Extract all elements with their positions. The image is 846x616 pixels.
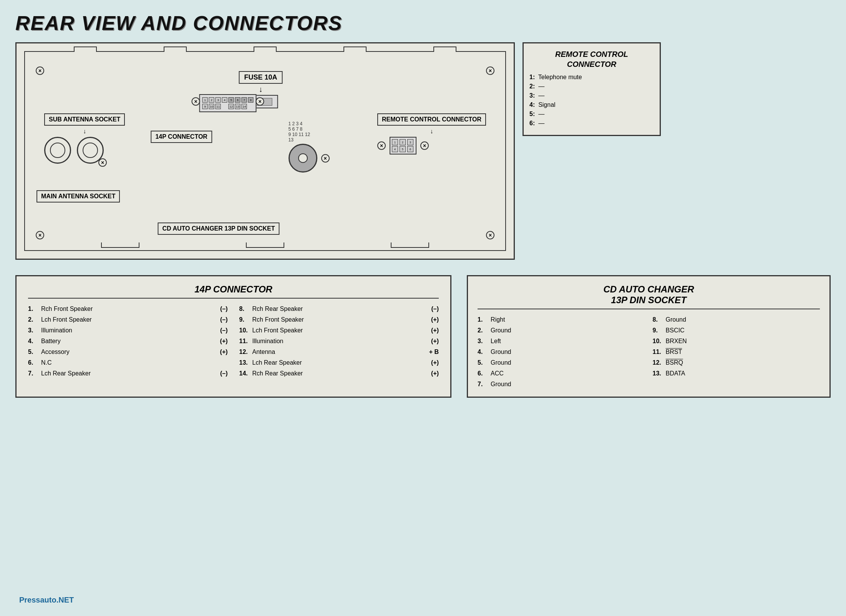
remote-item-2: 2: — [529,83,654,90]
top-tab-1 [74,46,97,52]
cd-cross: × [321,154,330,163]
diagram-area: FUSE 10A ↓ 1 2 [15,42,831,260]
rp-4: 4 [392,146,398,152]
antenna-2-wrapper: × [77,137,104,164]
cd-item-12: 12. BSRQ [653,358,820,367]
remote-pins: 1 2 3 4 5 6 [392,139,414,152]
cd-section-diagram: 1 2 3 4 5 6 7 8 9 10 11 12 13 × [289,121,330,173]
cross-left: × [192,97,200,106]
cd-item-6: 6. ACC [478,369,645,378]
cd-hole [298,153,308,163]
fuse-label: FUSE 10A [239,71,283,84]
pin-8: 8 [248,97,254,103]
pin-12: 12 [229,104,234,109]
conn-item-4: 4. Battery (+) [28,337,228,346]
pin-gap [222,104,227,109]
remote-info-title: REMOTE CONTROL CONNECTOR [529,49,654,69]
remote-connector-label: REMOTE CONTROL CONNECTOR [377,113,486,126]
pin-11: 11 [216,104,221,109]
cd-item-11: 11. BRST [653,347,820,357]
cd-item-empty [653,380,820,389]
conn-item-6: 6. N.C [28,358,228,367]
cd-item-4: 4. Ground [478,347,645,357]
conn-item-1: 1. Rch Front Speaker (–) [28,304,228,314]
remote-pin-grid: 1 2 3 4 5 6 [390,137,416,154]
corner-cross-bl: × [36,231,44,239]
pin-row-1: 1 2 3 4 5 6 7 8 [202,97,254,103]
sub-antenna-label: SUB ANTENNA SOCKET [44,113,125,126]
conn-item-12: 12. Antenna + B [239,347,439,357]
rp-2: 2 [400,139,406,145]
cd-table-title: CD AUTO CHANGER 13P DIN SOCKET [478,284,820,309]
cd-num-row4: 13 [289,137,330,143]
remote-info-box: REMOTE CONTROL CONNECTOR 1: Telephone mu… [523,42,661,136]
14p-table-title: 14P CONNECTOR [28,284,439,299]
main-content: FUSE 10A ↓ 1 2 [15,42,831,398]
bottom-tab-2 [246,242,284,248]
cd-item-8: 8. Ground [653,315,820,324]
remote-section-diagram: REMOTE CONTROL CONNECTOR ↓ × 1 2 3 4 5 [377,113,486,154]
sub-antenna-arrow: ↓ [44,128,125,135]
antenna-circles-row: × [44,137,125,164]
pin-4: 4 [222,97,227,103]
antenna-inner-1 [50,143,65,158]
top-tab-3 [254,46,277,52]
main-antenna-section: MAIN ANTENNA SOCKET [36,190,120,203]
cd-num-labels: 1 2 3 4 5 6 7 8 9 10 11 12 13 [289,121,330,143]
14p-connector-table: 14P CONNECTOR 1. Rch Front Speaker (–) 8… [15,275,451,398]
cd-item-1: 1. Right [478,315,645,324]
bottom-tabs [48,242,482,248]
remote-cross-left: × [377,141,386,150]
rp-5: 5 [400,146,406,152]
cd-item-13: 13. BDATA [653,369,820,378]
pin-7: 7 [242,97,247,103]
antenna-circle-1 [44,137,71,164]
device-content: FUSE 10A ↓ 1 2 [33,63,498,242]
pin-14: 14 [242,104,247,109]
cross-right: × [256,97,264,106]
remote-item-5: 5: — [529,111,654,118]
conn-item-14: 14. Rch Rear Speaker (+) [239,369,439,378]
main-antenna-label: MAIN ANTENNA SOCKET [36,190,120,203]
top-tab-5 [433,46,456,52]
pin-row-2: 9 10 11 12 13 14 [202,104,254,109]
pin-6: 6 [235,97,241,103]
remote-item-4: 4: Signal [529,101,654,108]
cd-item-2: 2. Ground [478,326,645,335]
cd-visual: × [289,144,330,173]
pin-10: 10 [209,104,214,109]
conn-item-2: 2. Lch Front Speaker (–) [28,315,228,324]
top-tab-2 [164,46,187,52]
bottom-tab-1 [101,242,139,248]
top-connectors [40,46,490,52]
device-diagram: FUSE 10A ↓ 1 2 [15,42,515,260]
cd-item-5: 5. Ground [478,358,645,367]
cd-item-3: 3. Left [478,337,645,346]
corner-cross-tr: × [486,66,494,75]
conn-item-8: 8. Rch Rear Speaker (–) [239,304,439,314]
rp-3: 3 [407,139,413,145]
14p-label: 14P CONNECTOR [151,131,212,143]
page-title: REAR VIEW AND CONNECTORS [15,12,831,35]
conn-item-5: 5. Accessory (+) [28,347,228,357]
cd-table-items: 1. Right 8. Ground 2. Ground 9. BSCIC 3. [478,315,820,389]
conn-item-10: 10. Lch Front Speaker (+) [239,326,439,335]
conn-item-9: 9. Rch Front Speaker (+) [239,315,439,324]
sub-antenna-section: SUB ANTENNA SOCKET ↓ × [44,113,125,164]
cd-item-7: 7. Ground [478,380,645,389]
antenna-inner-2 [83,143,98,158]
pin-3: 3 [216,97,221,103]
cd-item-10: 10. BRXEN [653,337,820,346]
pin-13: 13 [235,104,241,109]
antenna-cross: × [98,158,107,167]
remote-item-1: 1: Telephone mute [529,74,654,81]
cd-auto-changer-table: CD AUTO CHANGER 13P DIN SOCKET 1. Right … [467,275,831,398]
cd-num-row1: 1 2 3 4 [289,121,330,126]
pin-2: 2 [209,97,214,103]
rp-1: 1 [392,139,398,145]
14p-pin-block: 1 2 3 4 5 6 7 8 9 10 [199,94,257,112]
14p-label-box: 14P CONNECTOR [151,131,212,143]
conn-item-11: 11. Illumination (+) [239,337,439,346]
remote-item-6: 6: — [529,120,654,127]
conn-item-3: 3. Illumination (–) [28,326,228,335]
